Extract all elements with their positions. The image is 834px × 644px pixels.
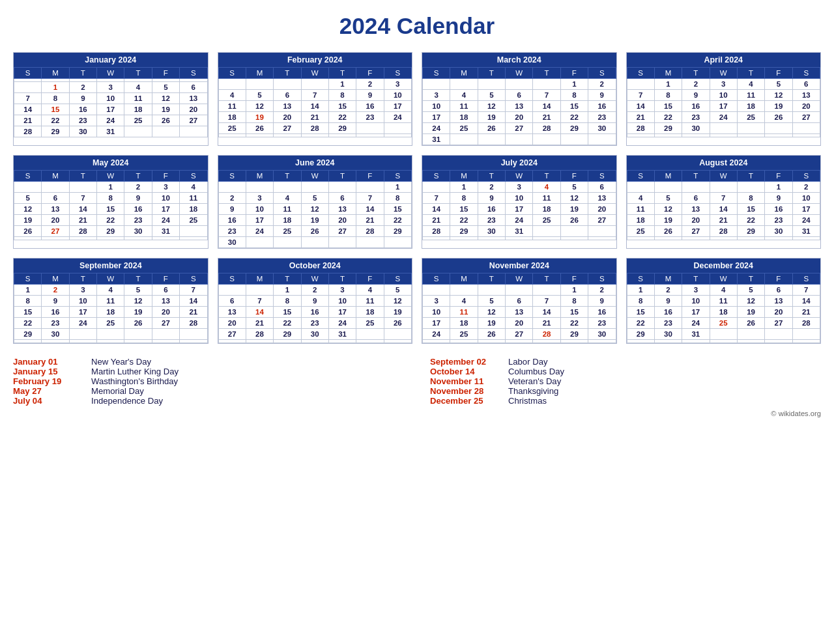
calendar-day[interactable]: 1 <box>97 182 124 193</box>
calendar-day[interactable]: 16 <box>588 307 616 318</box>
calendar-day[interactable]: 21 <box>246 318 273 329</box>
calendar-day[interactable]: 14 <box>533 307 560 318</box>
calendar-day[interactable]: 20 <box>506 112 533 123</box>
calendar-day[interactable]: 7 <box>301 90 328 101</box>
calendar-day[interactable] <box>274 182 301 193</box>
calendar-day[interactable]: 8 <box>737 193 764 204</box>
calendar-day[interactable] <box>710 182 737 193</box>
calendar-day[interactable] <box>301 340 328 343</box>
calendar-day[interactable]: 8 <box>627 296 654 307</box>
calendar-day[interactable]: 18 <box>180 204 207 215</box>
calendar-day[interactable]: 9 <box>588 296 616 307</box>
calendar-day[interactable]: 19 <box>301 215 328 226</box>
calendar-day[interactable]: 24 <box>423 329 450 340</box>
calendar-day[interactable]: 15 <box>328 101 356 112</box>
calendar-day[interactable]: 17 <box>506 204 533 215</box>
calendar-day[interactable]: 17 <box>792 204 820 215</box>
calendar-day[interactable]: 20 <box>42 215 69 226</box>
calendar-day[interactable] <box>533 340 560 343</box>
calendar-day[interactable]: 16 <box>42 307 69 318</box>
calendar-day[interactable] <box>246 182 273 193</box>
calendar-day[interactable]: 8 <box>97 193 124 204</box>
calendar-day[interactable]: 15 <box>560 101 588 112</box>
calendar-day[interactable] <box>792 329 820 340</box>
calendar-day[interactable]: 10 <box>682 296 710 307</box>
calendar-day[interactable]: 22 <box>560 318 588 329</box>
calendar-day[interactable]: 1 <box>384 182 411 193</box>
calendar-day[interactable] <box>97 340 124 343</box>
calendar-day[interactable]: 16 <box>301 307 328 318</box>
calendar-day[interactable]: 1 <box>274 285 301 296</box>
calendar-day[interactable]: 20 <box>152 307 179 318</box>
calendar-day[interactable]: 11 <box>97 296 124 307</box>
calendar-day[interactable]: 21 <box>356 215 384 226</box>
calendar-day[interactable]: 2 <box>588 285 616 296</box>
calendar-day[interactable]: 15 <box>97 204 124 215</box>
calendar-day[interactable]: 20 <box>218 318 246 329</box>
calendar-day[interactable]: 5 <box>14 193 42 204</box>
calendar-day[interactable]: 30 <box>69 126 96 137</box>
calendar-day[interactable]: 3 <box>69 285 96 296</box>
calendar-day[interactable]: 4 <box>533 182 560 193</box>
calendar-day[interactable]: 25 <box>450 123 478 134</box>
calendar-day[interactable]: 8 <box>14 296 42 307</box>
calendar-day[interactable]: 7 <box>792 285 820 296</box>
calendar-day[interactable] <box>627 340 654 343</box>
calendar-day[interactable]: 26 <box>654 226 682 237</box>
calendar-day[interactable]: 27 <box>506 123 533 134</box>
calendar-day[interactable] <box>274 134 301 137</box>
calendar-day[interactable]: 27 <box>792 112 820 123</box>
calendar-day[interactable]: 28 <box>14 126 42 137</box>
calendar-day[interactable] <box>533 134 560 145</box>
calendar-day[interactable]: 1 <box>450 182 478 193</box>
calendar-day[interactable]: 31 <box>328 329 356 340</box>
calendar-day[interactable]: 31 <box>682 329 710 340</box>
calendar-day[interactable] <box>627 134 654 137</box>
calendar-day[interactable]: 8 <box>654 90 682 101</box>
calendar-day[interactable]: 2 <box>654 285 682 296</box>
calendar-day[interactable]: 8 <box>450 193 478 204</box>
calendar-day[interactable]: 6 <box>274 90 301 101</box>
calendar-day[interactable]: 13 <box>274 101 301 112</box>
calendar-day[interactable]: 30 <box>682 123 710 134</box>
calendar-day[interactable] <box>506 237 533 240</box>
calendar-day[interactable]: 9 <box>124 193 152 204</box>
calendar-day[interactable]: 11 <box>450 307 478 318</box>
calendar-day[interactable]: 28 <box>356 226 384 237</box>
calendar-day[interactable] <box>654 134 682 137</box>
calendar-day[interactable]: 7 <box>246 296 273 307</box>
calendar-day[interactable]: 13 <box>506 307 533 318</box>
calendar-day[interactable]: 5 <box>124 285 152 296</box>
calendar-day[interactable]: 11 <box>274 204 301 215</box>
calendar-day[interactable]: 29 <box>737 226 764 237</box>
calendar-day[interactable]: 16 <box>478 204 505 215</box>
calendar-day[interactable]: 25 <box>218 123 246 134</box>
calendar-day[interactable]: 26 <box>384 318 411 329</box>
calendar-day[interactable]: 2 <box>356 79 384 90</box>
calendar-day[interactable] <box>737 123 764 134</box>
calendar-day[interactable]: 21 <box>180 307 207 318</box>
calendar-day[interactable]: 30 <box>654 329 682 340</box>
calendar-day[interactable]: 6 <box>328 193 356 204</box>
calendar-day[interactable]: 18 <box>97 307 124 318</box>
calendar-day[interactable]: 1 <box>560 285 588 296</box>
calendar-day[interactable]: 17 <box>710 101 737 112</box>
calendar-day[interactable] <box>654 340 682 343</box>
calendar-day[interactable]: 24 <box>97 115 124 126</box>
calendar-day[interactable]: 6 <box>152 285 179 296</box>
calendar-day[interactable]: 15 <box>737 204 764 215</box>
calendar-day[interactable] <box>152 329 179 340</box>
calendar-day[interactable]: 9 <box>588 90 616 101</box>
calendar-day[interactable]: 29 <box>560 123 588 134</box>
calendar-day[interactable]: 28 <box>792 318 820 329</box>
calendar-day[interactable]: 3 <box>246 193 273 204</box>
calendar-day[interactable]: 22 <box>737 215 764 226</box>
calendar-day[interactable]: 8 <box>274 296 301 307</box>
calendar-day[interactable] <box>152 126 179 137</box>
calendar-day[interactable]: 10 <box>97 93 124 104</box>
calendar-day[interactable] <box>274 237 301 248</box>
calendar-day[interactable]: 9 <box>765 193 792 204</box>
calendar-day[interactable] <box>737 134 764 137</box>
calendar-day[interactable]: 11 <box>218 101 246 112</box>
calendar-day[interactable]: 6 <box>765 285 792 296</box>
